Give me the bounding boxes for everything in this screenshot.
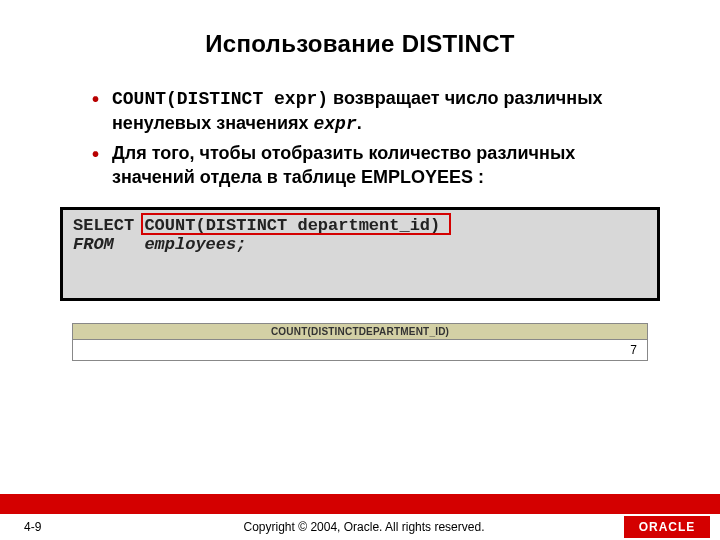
- code-line-2: FROM employees;: [73, 235, 246, 254]
- sql-code-block: SELECT COUNT(DISTINCT department_id) FRO…: [60, 207, 660, 301]
- code-line-1b: COUNT(DISTINCT department_id): [144, 216, 440, 235]
- bullet-1-expr: expr: [313, 114, 356, 134]
- bullet-2: Для того, чтобы отобразить количество ра…: [92, 141, 660, 190]
- slide: Использование DISTINCT COUNT(DISTINCT ex…: [0, 0, 720, 540]
- result-header: COUNT(DISTINCTDEPARTMENT_ID): [73, 324, 647, 340]
- result-table: COUNT(DISTINCTDEPARTMENT_ID) 7: [72, 323, 648, 361]
- bullet-list: COUNT(DISTINCT expr) возвращает число ра…: [92, 86, 660, 189]
- bullet-1: COUNT(DISTINCT expr) возвращает число ра…: [92, 86, 660, 137]
- page-number: 4-9: [24, 520, 104, 534]
- bullet-1-code: COUNT(DISTINCT expr): [112, 89, 328, 109]
- bullet-1-tail: .: [357, 113, 362, 133]
- code-line-1a: SELECT: [73, 216, 144, 235]
- result-value: 7: [73, 340, 647, 361]
- copyright-text: Copyright © 2004, Oracle. All rights res…: [104, 520, 624, 534]
- oracle-logo: ORACLE: [624, 516, 710, 538]
- page-title: Использование DISTINCT: [0, 0, 720, 58]
- footer-red-bar: [0, 494, 720, 514]
- oracle-logo-text: ORACLE: [639, 520, 696, 534]
- body: COUNT(DISTINCT expr) возвращает число ра…: [0, 58, 720, 189]
- footer: 4-9 Copyright © 2004, Oracle. All rights…: [0, 494, 720, 540]
- footer-row: 4-9 Copyright © 2004, Oracle. All rights…: [0, 514, 720, 540]
